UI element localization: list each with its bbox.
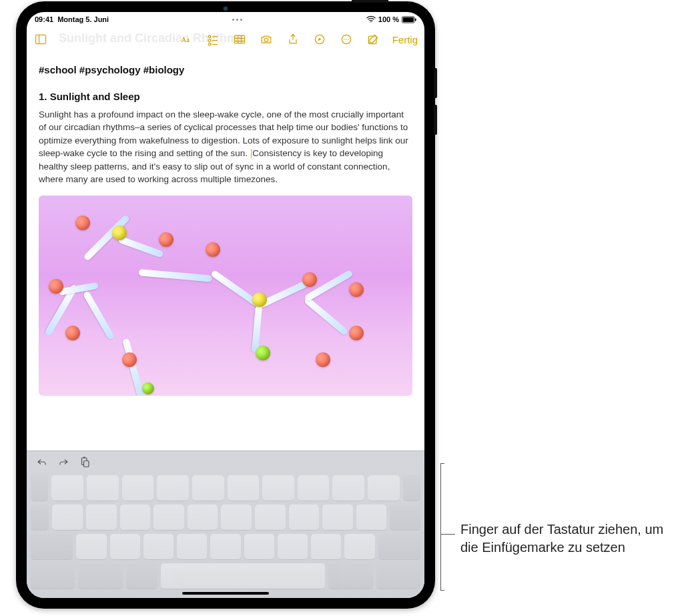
home-indicator[interactable] [182, 592, 269, 595]
sidebar-icon[interactable] [33, 32, 48, 47]
svg-point-23 [348, 39, 349, 40]
svg-point-21 [343, 39, 344, 40]
key-blank[interactable] [255, 505, 286, 530]
key-blank[interactable] [221, 505, 252, 530]
power-button [352, 0, 388, 3]
keyboard-toolbar [27, 451, 424, 473]
key-blank[interactable] [177, 534, 207, 559]
callout-leader-line [440, 534, 455, 535]
battery-icon [402, 16, 416, 23]
multitasking-dots[interactable] [232, 16, 242, 23]
key-blank[interactable] [143, 534, 174, 559]
notes-toolbar: Sunlight and Circadian Rhythms Aa [27, 27, 424, 52]
svg-point-18 [264, 38, 268, 41]
key-blank[interactable] [122, 475, 154, 501]
key-blank[interactable] [188, 505, 218, 530]
key-blank[interactable] [153, 505, 184, 530]
key-blank[interactable] [126, 563, 157, 589]
wifi-icon [366, 16, 376, 23]
key-blank[interactable] [31, 563, 75, 589]
volume-up-button [434, 68, 437, 98]
callout-bracket [440, 463, 441, 590]
key-blank[interactable] [78, 563, 122, 589]
key-blank[interactable] [356, 505, 387, 530]
undo-icon[interactable] [36, 456, 48, 468]
key-blank[interactable] [120, 505, 151, 530]
svg-rect-27 [84, 461, 89, 467]
key-blank[interactable] [378, 534, 420, 559]
callout-bracket-bottom [440, 590, 444, 591]
status-bar: 09:41 Montag 5. Juni 100 % [27, 12, 424, 27]
key-blank[interactable] [376, 563, 420, 589]
key-blank[interactable] [403, 475, 420, 501]
key-blank[interactable] [87, 475, 119, 501]
ipad-device-frame: 09:41 Montag 5. Juni 100 % Sunlight and … [16, 1, 435, 609]
key-blank[interactable] [289, 505, 320, 530]
key-blank[interactable] [76, 534, 106, 559]
note-paragraph: Sunlight has a profound impact on the sl… [39, 108, 412, 186]
more-icon[interactable] [339, 32, 354, 47]
front-camera [223, 6, 228, 11]
svg-rect-2 [403, 17, 414, 22]
key-blank[interactable] [210, 534, 240, 559]
callout-text: Finger auf der Tastatur ziehen, um die E… [460, 521, 674, 557]
key-blank[interactable] [192, 475, 224, 501]
key-blank[interactable] [52, 505, 83, 530]
key-blank[interactable] [278, 534, 308, 559]
camera-icon[interactable] [259, 32, 274, 47]
svg-rect-3 [415, 18, 416, 21]
key-blank[interactable] [157, 475, 189, 501]
callout-bracket-top [440, 463, 444, 464]
svg-rect-4 [36, 35, 46, 43]
svg-point-0 [370, 21, 372, 23]
key-blank[interactable] [368, 475, 400, 501]
note-heading: 1. Sunlight and Sleep [39, 89, 412, 104]
share-icon[interactable] [286, 32, 300, 47]
key-blank[interactable] [51, 475, 83, 501]
volume-down-button [434, 105, 437, 135]
key-blank[interactable] [86, 505, 117, 530]
note-content[interactable]: #school #psychology #biology 1. Sunlight… [27, 52, 424, 450]
text-cursor [251, 149, 252, 158]
key-blank[interactable] [311, 534, 341, 559]
paste-icon[interactable] [79, 456, 91, 468]
key-blank[interactable] [228, 475, 260, 501]
done-button[interactable]: Fertig [392, 34, 418, 45]
note-title-ghost: Sunlight and Circadian Rhythms [59, 31, 244, 45]
markup-icon[interactable] [312, 32, 327, 47]
key-blank[interactable] [110, 534, 140, 559]
redo-icon[interactable] [57, 456, 69, 468]
key-blank[interactable] [244, 534, 274, 559]
note-image-molecule [39, 196, 412, 396]
key-blank[interactable] [262, 475, 294, 501]
key-blank[interactable] [390, 505, 420, 530]
note-tags: #school #psychology #biology [39, 63, 412, 77]
key-blank[interactable] [328, 563, 372, 589]
compose-icon[interactable] [366, 32, 380, 47]
key-blank[interactable] [31, 534, 73, 559]
key-blank[interactable] [322, 505, 353, 530]
keyboard-keys[interactable] [27, 473, 424, 589]
status-date: Montag 5. Juni [57, 15, 109, 23]
key-blank[interactable] [298, 475, 330, 501]
key-blank[interactable] [332, 475, 364, 501]
battery-percent: 100 % [378, 15, 399, 23]
status-time: 09:41 [35, 15, 53, 23]
onscreen-keyboard[interactable] [27, 450, 424, 598]
key-blank[interactable] [31, 475, 48, 501]
key-blank[interactable] [344, 534, 374, 559]
screen: 09:41 Montag 5. Juni 100 % Sunlight and … [27, 12, 424, 598]
svg-rect-26 [83, 457, 85, 458]
key-blank[interactable] [31, 505, 49, 530]
key-spacebar[interactable] [161, 563, 325, 589]
svg-point-22 [346, 39, 347, 40]
